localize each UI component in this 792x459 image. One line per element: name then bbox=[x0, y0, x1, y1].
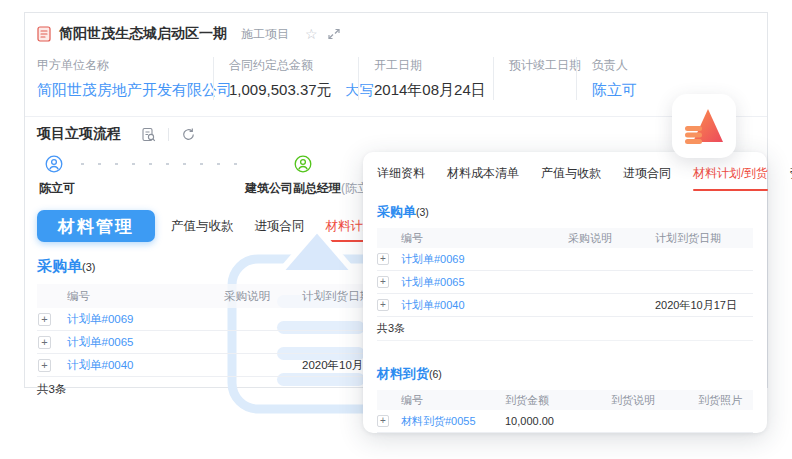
popup-purchase-title: 采购单(3) bbox=[377, 203, 753, 221]
popup-arrival-title: 材料到货(6) bbox=[377, 365, 753, 383]
owner-company-link[interactable]: 简阳世茂房地产开发有限公司 bbox=[37, 81, 201, 100]
flow-step-initiator: 陈立可 bbox=[39, 180, 75, 197]
contract-amount-value: 1,009,503.37元 大写 bbox=[229, 81, 346, 100]
field-label: 开工日期 bbox=[374, 57, 481, 74]
tab-input-contract[interactable]: 进项合同 bbox=[623, 165, 671, 191]
tab-input-contract[interactable]: 进项合同 bbox=[255, 212, 305, 241]
table-header: 编号 采购说明 计划到货日期 bbox=[377, 228, 753, 248]
purchase-order-link[interactable]: 计划单#0069 bbox=[67, 312, 224, 327]
popup-purchase-table: 编号 采购说明 计划到货日期 + 计划单#0069 + 计划单#0065 + 计… bbox=[377, 228, 753, 341]
expand-row-button[interactable]: + bbox=[38, 359, 51, 372]
material-management-button[interactable]: 材料管理 bbox=[37, 210, 155, 242]
section-title-text: 采购单 bbox=[37, 257, 82, 274]
start-date-value: 2014年08月24日 bbox=[374, 81, 481, 100]
col-planned-date: 计划到货日期 bbox=[655, 231, 753, 246]
popup-arrival-table: 编号 到货金额 到货说明 到货照片 + 材料到货#0055 10,000.00 bbox=[377, 390, 753, 433]
project-title: 简阳世茂生态城启动区一期 bbox=[59, 25, 227, 43]
avatar-initiator bbox=[45, 155, 63, 173]
table-row: + 材料到货#0055 10,000.00 bbox=[377, 410, 753, 433]
amount-text: 1,009,503.37元 bbox=[229, 81, 332, 100]
purchase-order-link[interactable]: 计划单#0040 bbox=[401, 298, 568, 313]
tab-material-cost-list[interactable]: 材料成本清单 bbox=[447, 165, 519, 191]
col-arrival-photo: 到货照片 bbox=[698, 393, 753, 408]
expand-row-button[interactable]: + bbox=[38, 336, 51, 349]
cell-date: 2020年10月17日 bbox=[655, 298, 753, 313]
field-manager: 负责人 陈立可 bbox=[576, 57, 755, 100]
col-number: 编号 bbox=[67, 289, 224, 304]
table-row: + 计划单#0065 bbox=[377, 271, 753, 294]
purchase-order-link[interactable]: 计划单#0065 bbox=[401, 275, 568, 290]
expand-row-button[interactable]: + bbox=[377, 415, 389, 427]
purchase-order-link[interactable]: 计划单#0040 bbox=[67, 358, 224, 373]
field-start-date: 开工日期 2014年08月24日 bbox=[358, 57, 493, 100]
expand-row-button[interactable]: + bbox=[38, 313, 51, 326]
purchase-order-link[interactable]: 计划单#0065 bbox=[67, 335, 224, 350]
arrival-record-link[interactable]: 材料到货#0055 bbox=[401, 414, 505, 429]
col-arrival-amount: 到货金额 bbox=[505, 393, 611, 408]
flow-dotted-line bbox=[81, 163, 243, 165]
divider bbox=[168, 128, 169, 141]
cell-amount: 10,000.00 bbox=[505, 415, 611, 427]
favorite-star-icon[interactable]: ☆ bbox=[305, 27, 318, 41]
planned-finish-date-value bbox=[509, 81, 564, 99]
field-owner-company: 甲方单位名称 简阳世茂房地产开发有限公司 bbox=[37, 57, 213, 100]
app-logo bbox=[672, 94, 736, 158]
section-count: (6) bbox=[429, 368, 442, 380]
project-type-tag: 施工项目 bbox=[241, 26, 289, 43]
field-label: 负责人 bbox=[592, 57, 743, 74]
field-contract-amount: 合同约定总金额 1,009,503.37元 大写 bbox=[213, 57, 358, 100]
section-title-text: 采购单 bbox=[377, 204, 416, 219]
expand-row-button[interactable]: + bbox=[377, 276, 389, 288]
section-title-text: 材料到货 bbox=[377, 366, 429, 381]
expand-row-button[interactable]: + bbox=[377, 299, 389, 311]
flow-chart-icon[interactable] bbox=[141, 127, 156, 142]
col-purchase-note: 采购说明 bbox=[224, 289, 302, 304]
avatar-approver bbox=[294, 155, 312, 173]
expand-row-button[interactable]: + bbox=[377, 253, 389, 265]
section-count: (3) bbox=[82, 261, 95, 273]
col-purchase-note: 采购说明 bbox=[568, 231, 655, 246]
tab-material-plan-arrival[interactable]: 材料计划/到货 bbox=[693, 165, 768, 191]
flow-title: 项目立项流程 bbox=[37, 125, 121, 143]
table-row: + 计划单#0040 2020年10月17日 bbox=[377, 294, 753, 317]
section-count: (3) bbox=[416, 206, 429, 218]
col-arrival-note: 到货说明 bbox=[611, 393, 698, 408]
col-number: 编号 bbox=[401, 393, 505, 408]
tab-output-and-collection[interactable]: 产值与收款 bbox=[171, 212, 234, 241]
approver-role: 建筑公司副总经理 bbox=[245, 181, 341, 195]
project-title-row: 简阳世茂生态城启动区一期 施工项目 ☆ bbox=[25, 13, 767, 43]
expand-icon[interactable] bbox=[328, 28, 340, 40]
refresh-icon[interactable] bbox=[181, 127, 196, 142]
field-label: 合同约定总金额 bbox=[229, 57, 346, 74]
field-label: 甲方单位名称 bbox=[37, 57, 201, 74]
field-planned-finish-date: 预计竣工日期 bbox=[493, 57, 576, 100]
triangle-bars-logo-icon bbox=[684, 106, 724, 146]
document-icon bbox=[37, 26, 51, 42]
purchase-order-link[interactable]: 计划单#0069 bbox=[401, 252, 568, 267]
col-number: 编号 bbox=[401, 231, 568, 246]
table-row: + 计划单#0069 bbox=[377, 248, 753, 271]
field-label: 预计竣工日期 bbox=[509, 57, 564, 74]
table-header: 编号 到货金额 到货说明 到货照片 bbox=[377, 390, 753, 410]
tab-output-and-collection[interactable]: 产值与收款 bbox=[541, 165, 601, 191]
project-fields: 甲方单位名称 简阳世茂房地产开发有限公司 合同约定总金额 1,009,503.3… bbox=[25, 43, 767, 117]
table-summary: 共3条 bbox=[377, 317, 753, 341]
tab-detail-info[interactable]: 详细资料 bbox=[377, 165, 425, 191]
material-detail-popup: 详细资料 材料成本清单 产值与收款 进项合同 材料计划/到货 劳务工人 采购单(… bbox=[363, 152, 767, 433]
